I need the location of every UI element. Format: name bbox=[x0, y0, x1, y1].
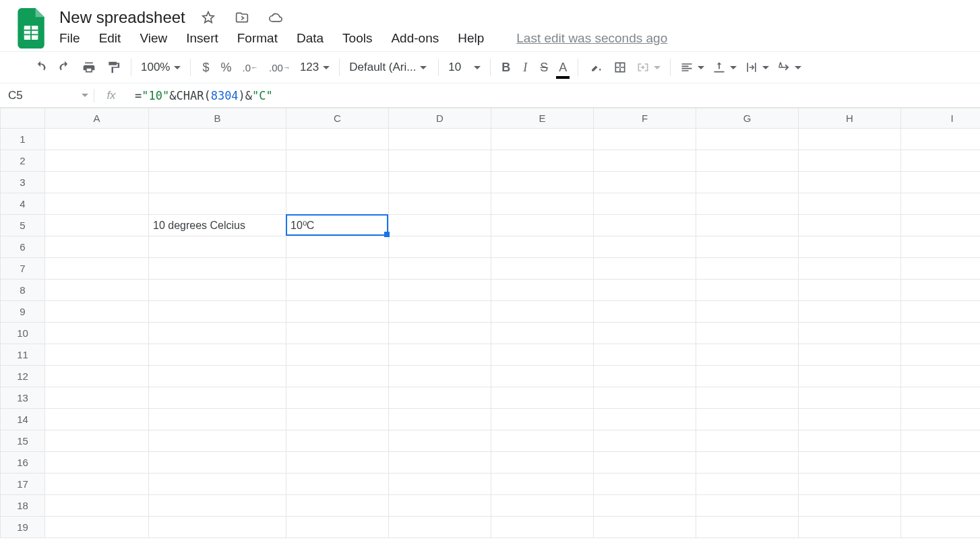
cell-A2[interactable] bbox=[45, 150, 149, 172]
cell-A18[interactable] bbox=[45, 495, 149, 517]
row-header-18[interactable]: 18 bbox=[1, 495, 45, 517]
star-outline-icon[interactable] bbox=[196, 7, 220, 28]
cell-C18[interactable] bbox=[286, 495, 389, 517]
cell-C14[interactable] bbox=[286, 409, 389, 430]
column-header-A[interactable]: A bbox=[45, 108, 149, 129]
cell-C12[interactable] bbox=[286, 366, 389, 387]
last-edit-link[interactable]: Last edit was seconds ago bbox=[516, 31, 667, 46]
cell-G1[interactable] bbox=[696, 129, 799, 150]
cell-A16[interactable] bbox=[45, 452, 149, 474]
cell-H9[interactable] bbox=[799, 301, 901, 323]
cell-F18[interactable] bbox=[594, 495, 696, 517]
cell-E13[interactable] bbox=[491, 387, 594, 409]
cell-C16[interactable] bbox=[286, 452, 389, 474]
spreadsheet-grid[interactable]: ABCDEFGHI 1234510 degrees Celcius10⁰C678… bbox=[0, 108, 980, 538]
row-header-7[interactable]: 7 bbox=[1, 258, 45, 280]
cell-G19[interactable] bbox=[696, 517, 799, 538]
cell-I10[interactable] bbox=[901, 323, 981, 344]
cell-A10[interactable] bbox=[45, 323, 149, 344]
italic-button[interactable]: I bbox=[516, 57, 534, 78]
menu-addons[interactable]: Add-ons bbox=[391, 31, 439, 46]
cell-A6[interactable] bbox=[45, 236, 149, 258]
cell-H18[interactable] bbox=[799, 495, 901, 517]
cell-I19[interactable] bbox=[901, 517, 981, 538]
font-select[interactable]: Default (Ari... bbox=[345, 61, 433, 74]
cell-C9[interactable] bbox=[286, 301, 389, 323]
row-header-8[interactable]: 8 bbox=[1, 280, 45, 301]
cell-B1[interactable] bbox=[149, 129, 286, 150]
cell-E3[interactable] bbox=[491, 172, 594, 193]
cell-G2[interactable] bbox=[696, 150, 799, 172]
cell-A12[interactable] bbox=[45, 366, 149, 387]
cell-D11[interactable] bbox=[389, 344, 491, 366]
cell-C19[interactable] bbox=[286, 517, 389, 538]
cell-B18[interactable] bbox=[149, 495, 286, 517]
cell-F4[interactable] bbox=[594, 193, 696, 215]
cell-I6[interactable] bbox=[901, 236, 981, 258]
cell-E9[interactable] bbox=[491, 301, 594, 323]
cell-F6[interactable] bbox=[594, 236, 696, 258]
cell-B6[interactable] bbox=[149, 236, 286, 258]
zoom-select[interactable]: 100% bbox=[137, 61, 185, 74]
menu-data[interactable]: Data bbox=[297, 31, 324, 46]
cell-E17[interactable] bbox=[491, 474, 594, 495]
cell-G10[interactable] bbox=[696, 323, 799, 344]
cell-D9[interactable] bbox=[389, 301, 491, 323]
formula-bar-input[interactable]: ="10"&CHAR(8304)&"C" bbox=[128, 89, 980, 102]
doc-title[interactable]: New spreadsheet bbox=[58, 7, 187, 28]
cell-F8[interactable] bbox=[594, 280, 696, 301]
menu-insert[interactable]: Insert bbox=[186, 31, 218, 46]
cell-H11[interactable] bbox=[799, 344, 901, 366]
cell-C4[interactable] bbox=[286, 193, 389, 215]
cell-H17[interactable] bbox=[799, 474, 901, 495]
cell-C17[interactable] bbox=[286, 474, 389, 495]
select-all-corner[interactable] bbox=[1, 108, 45, 129]
cell-D16[interactable] bbox=[389, 452, 491, 474]
cell-G16[interactable] bbox=[696, 452, 799, 474]
horizontal-align-button[interactable] bbox=[676, 61, 708, 74]
row-header-6[interactable]: 6 bbox=[1, 236, 45, 258]
row-header-4[interactable]: 4 bbox=[1, 193, 45, 215]
bold-button[interactable]: B bbox=[496, 57, 516, 78]
cell-B11[interactable] bbox=[149, 344, 286, 366]
cell-I5[interactable] bbox=[901, 215, 981, 236]
cell-D1[interactable] bbox=[389, 129, 491, 150]
row-header-13[interactable]: 13 bbox=[1, 387, 45, 409]
cell-B7[interactable] bbox=[149, 258, 286, 280]
cell-A8[interactable] bbox=[45, 280, 149, 301]
row-header-15[interactable]: 15 bbox=[1, 430, 45, 452]
column-header-I[interactable]: I bbox=[901, 108, 981, 129]
cell-A14[interactable] bbox=[45, 409, 149, 430]
cell-G18[interactable] bbox=[696, 495, 799, 517]
cell-B2[interactable] bbox=[149, 150, 286, 172]
cell-F15[interactable] bbox=[594, 430, 696, 452]
cell-D15[interactable] bbox=[389, 430, 491, 452]
cell-D10[interactable] bbox=[389, 323, 491, 344]
cell-F17[interactable] bbox=[594, 474, 696, 495]
cell-H16[interactable] bbox=[799, 452, 901, 474]
cell-E7[interactable] bbox=[491, 258, 594, 280]
cell-H15[interactable] bbox=[799, 430, 901, 452]
menu-edit[interactable]: Edit bbox=[99, 31, 121, 46]
cell-D2[interactable] bbox=[389, 150, 491, 172]
cell-C13[interactable] bbox=[286, 387, 389, 409]
cell-G3[interactable] bbox=[696, 172, 799, 193]
cell-F11[interactable] bbox=[594, 344, 696, 366]
text-rotation-button[interactable] bbox=[773, 61, 805, 74]
row-header-17[interactable]: 17 bbox=[1, 474, 45, 495]
menu-view[interactable]: View bbox=[140, 31, 167, 46]
cell-E6[interactable] bbox=[491, 236, 594, 258]
cell-A9[interactable] bbox=[45, 301, 149, 323]
cell-D14[interactable] bbox=[389, 409, 491, 430]
cell-E18[interactable] bbox=[491, 495, 594, 517]
row-header-11[interactable]: 11 bbox=[1, 344, 45, 366]
cell-D5[interactable] bbox=[389, 215, 491, 236]
cell-B17[interactable] bbox=[149, 474, 286, 495]
print-button[interactable] bbox=[77, 57, 101, 78]
row-header-3[interactable]: 3 bbox=[1, 172, 45, 193]
cell-H4[interactable] bbox=[799, 193, 901, 215]
column-header-H[interactable]: H bbox=[799, 108, 901, 129]
fill-color-button[interactable] bbox=[584, 57, 608, 78]
cell-E11[interactable] bbox=[491, 344, 594, 366]
cell-E10[interactable] bbox=[491, 323, 594, 344]
